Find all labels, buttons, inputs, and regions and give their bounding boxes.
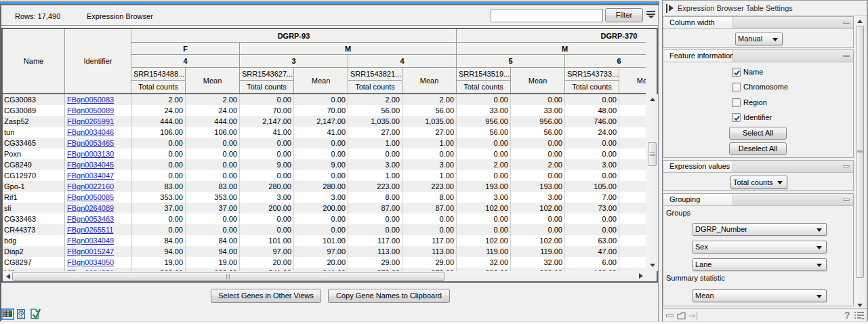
value-cell[interactable]: 1.00 bbox=[348, 138, 402, 148]
table-row[interactable]: CG8297FBgn003405019.0019.0020.0020.0029.… bbox=[3, 257, 646, 268]
identifier-link[interactable]: FBgn0265511 bbox=[67, 226, 113, 234]
value-cell[interactable]: 0.00 bbox=[240, 170, 294, 181]
value-cell[interactable] bbox=[619, 192, 646, 203]
table-row[interactable]: CG33465FBgn00534650.000.000.000.001.001.… bbox=[3, 138, 646, 148]
scroll-left-icon[interactable] bbox=[6, 274, 10, 279]
value-cell[interactable]: 27.00 bbox=[402, 127, 457, 138]
value-cell[interactable]: 87.00 bbox=[348, 203, 402, 214]
value-cell[interactable]: 3.00 bbox=[294, 192, 348, 203]
measure-header[interactable]: Total counts bbox=[348, 81, 402, 93]
value-cell[interactable]: 0.00 bbox=[565, 170, 619, 181]
value-cell[interactable]: 0.00 bbox=[240, 138, 294, 148]
gene-name-cell[interactable]: CG8297 bbox=[3, 257, 65, 268]
value-cell[interactable]: 113.00 bbox=[348, 246, 402, 257]
value-cell[interactable]: 63.00 bbox=[565, 235, 619, 246]
value-cell[interactable]: 0.00 bbox=[131, 159, 186, 170]
identifier-link[interactable]: FBgn0265991 bbox=[67, 117, 114, 125]
value-cell[interactable]: 56.00 bbox=[511, 127, 565, 138]
value-cell[interactable]: 223.00 bbox=[348, 181, 402, 192]
scroll-up-icon[interactable] bbox=[857, 20, 863, 23]
value-cell[interactable]: 8.00 bbox=[402, 192, 457, 203]
table-view-button[interactable] bbox=[1, 308, 14, 320]
gene-name-cell[interactable]: CG30083 bbox=[3, 94, 65, 105]
value-cell[interactable]: 0.00 bbox=[457, 94, 511, 105]
summary-statistic-dropdown[interactable]: Mean bbox=[693, 289, 827, 302]
value-cell[interactable]: 0.00 bbox=[457, 214, 511, 224]
column-header-identifier[interactable]: Identifier bbox=[65, 29, 131, 93]
value-cell[interactable]: 33.00 bbox=[511, 105, 565, 116]
mean-header[interactable]: Mean bbox=[186, 68, 239, 93]
value-cell[interactable]: 47.00 bbox=[565, 246, 619, 257]
region-checkbox[interactable] bbox=[732, 98, 741, 107]
value-cell[interactable]: 48.00 bbox=[565, 105, 619, 116]
value-cell[interactable]: 0.00 bbox=[131, 224, 186, 235]
value-cell[interactable]: 1,035.00 bbox=[402, 116, 457, 127]
table-row[interactable]: CG12970FBgn00340470.000.000.000.001.001.… bbox=[3, 170, 646, 181]
value-cell[interactable]: 200.00 bbox=[294, 203, 348, 214]
value-cell[interactable]: 2.00 bbox=[186, 94, 240, 105]
value-cell[interactable]: 7.00 bbox=[565, 192, 619, 203]
value-cell[interactable]: 0.00 bbox=[565, 94, 619, 105]
sample-header[interactable]: SRR1543733... bbox=[565, 68, 619, 80]
value-cell[interactable]: 0.00 bbox=[348, 224, 402, 235]
table-row[interactable]: Gpo-1FBgn002216083.0083.00280.00280.0022… bbox=[3, 181, 646, 192]
sex-header[interactable]: M bbox=[457, 43, 646, 54]
value-cell[interactable] bbox=[619, 224, 646, 235]
identifier-link[interactable]: FBgn0022160 bbox=[67, 182, 114, 190]
chromosome-checkbox[interactable] bbox=[732, 83, 741, 92]
group-header-dgrp-370[interactable]: DGRP-370 bbox=[457, 29, 646, 42]
value-cell[interactable]: 0.00 bbox=[240, 148, 294, 159]
value-cell[interactable]: 6.00 bbox=[565, 257, 619, 268]
value-cell[interactable]: 0.00 bbox=[240, 94, 294, 105]
value-cell[interactable]: 102.00 bbox=[511, 235, 565, 246]
value-cell[interactable]: 37.00 bbox=[131, 203, 186, 214]
value-cell[interactable]: 37.00 bbox=[186, 203, 240, 214]
scroll-right-icon[interactable] bbox=[639, 273, 643, 279]
copy-gene-names-button[interactable]: Copy Gene Names to Clipboard bbox=[328, 289, 450, 303]
value-cell[interactable]: 29.00 bbox=[402, 257, 457, 268]
value-cell[interactable]: 0.00 bbox=[186, 170, 240, 181]
collapse-section-icon[interactable] bbox=[843, 55, 850, 57]
value-cell[interactable]: 24.00 bbox=[186, 105, 240, 116]
value-cell[interactable] bbox=[619, 181, 646, 192]
lane-header[interactable]: 6 bbox=[565, 55, 646, 67]
value-cell[interactable]: 0.00 bbox=[457, 170, 511, 181]
value-cell[interactable]: 24.00 bbox=[565, 127, 619, 138]
scroll-up-icon[interactable] bbox=[650, 98, 655, 101]
sex-header[interactable]: M bbox=[240, 43, 456, 54]
value-cell[interactable]: 0.00 bbox=[511, 170, 565, 181]
value-cell[interactable]: 0.00 bbox=[565, 214, 619, 224]
value-cell[interactable]: 353.00 bbox=[131, 192, 186, 203]
element-info-view-button[interactable] bbox=[30, 308, 41, 319]
column-header-name[interactable]: Name bbox=[3, 29, 64, 93]
value-cell[interactable]: 2.00 bbox=[348, 94, 402, 105]
value-cell[interactable]: 29.00 bbox=[348, 257, 402, 268]
value-cell[interactable]: 0.00 bbox=[294, 214, 348, 224]
mean-header[interactable]: Mean bbox=[511, 68, 564, 93]
value-cell[interactable]: 73.00 bbox=[565, 203, 619, 214]
value-cell[interactable]: 0.00 bbox=[565, 224, 619, 235]
value-cell[interactable]: 0.00 bbox=[511, 94, 565, 105]
value-cell[interactable]: 0.00 bbox=[186, 214, 240, 224]
value-cell[interactable]: 0.00 bbox=[240, 224, 294, 235]
value-cell[interactable]: 3.00 bbox=[511, 192, 565, 203]
gene-name-cell[interactable]: CG12970 bbox=[3, 170, 65, 181]
identifier-link[interactable]: FBgn0053465 bbox=[67, 139, 114, 147]
value-cell[interactable]: 102.00 bbox=[457, 203, 511, 214]
identifier-link[interactable]: FBgn0034050 bbox=[67, 258, 114, 266]
value-cell[interactable] bbox=[619, 94, 646, 105]
group-header-dgrp-93[interactable]: DGRP-93 bbox=[131, 29, 456, 42]
sample-header[interactable]: SRR1543488... bbox=[131, 68, 185, 80]
value-cell[interactable]: 33.00 bbox=[457, 105, 511, 116]
vertical-scroll-thumb[interactable] bbox=[856, 26, 864, 278]
value-cell[interactable]: 9.00 bbox=[294, 159, 348, 170]
value-cell[interactable]: 84.00 bbox=[186, 235, 240, 246]
value-cell[interactable]: 0.00 bbox=[294, 148, 348, 159]
group-dropdown-2[interactable]: Sex bbox=[693, 241, 827, 254]
value-cell[interactable]: 41.00 bbox=[294, 127, 348, 138]
identifier-link[interactable]: FBgn0003130 bbox=[67, 150, 114, 158]
value-cell[interactable]: 200.00 bbox=[240, 203, 294, 214]
gene-name-cell[interactable]: Gpo-1 bbox=[3, 181, 65, 192]
horizontal-scroll-thumb[interactable] bbox=[12, 272, 445, 281]
gene-name-cell[interactable]: CG8249 bbox=[3, 159, 65, 170]
